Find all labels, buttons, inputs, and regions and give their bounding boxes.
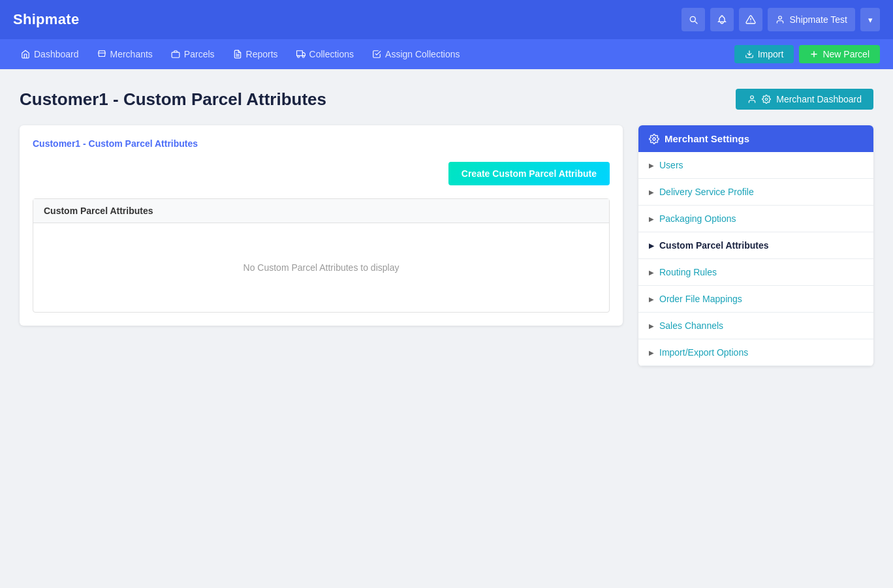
table-header: Custom Parcel Attributes xyxy=(33,199,609,223)
main-layout: Customer1 - Custom Parcel Attributes Cre… xyxy=(20,125,873,366)
import-icon xyxy=(745,50,754,59)
settings-menu-item-users[interactable]: ▶ Users xyxy=(638,152,873,179)
sub-nav-actions: Import New Parcel xyxy=(734,45,880,63)
chevron-icon: ▶ xyxy=(649,296,654,303)
merchant-dashboard-button[interactable]: Merchant Dashboard xyxy=(736,89,873,110)
nav-collections[interactable]: Collections xyxy=(289,45,362,63)
new-parcel-button[interactable]: New Parcel xyxy=(799,45,880,63)
settings-menu-label: Sales Channels xyxy=(659,320,723,331)
left-panel: Customer1 - Custom Parcel Attributes Cre… xyxy=(20,125,623,326)
user-icon xyxy=(776,15,785,24)
custom-attributes-table: Custom Parcel Attributes No Custom Parce… xyxy=(33,198,610,313)
right-panel: Merchant Settings ▶ Users ▶ Delivery Ser… xyxy=(638,125,873,366)
truck-icon xyxy=(296,50,306,59)
settings-menu-item-import-export-options[interactable]: ▶ Import/Export Options xyxy=(638,339,873,366)
chevron-icon: ▶ xyxy=(649,215,654,223)
top-bar: Shipmate Shipmate Test ▾ xyxy=(0,0,893,39)
chevron-icon: ▶ xyxy=(649,322,654,330)
create-btn-area: Create Custom Parcel Attribute xyxy=(33,162,610,185)
settings-menu-label: Users xyxy=(659,160,683,170)
left-panel-title: Customer1 - Custom Parcel Attributes xyxy=(33,138,610,149)
settings-menu-label: Packaging Options xyxy=(659,213,736,224)
store-icon xyxy=(97,50,106,59)
page-header: Customer1 - Custom Parcel Attributes Mer… xyxy=(20,89,873,110)
sub-nav: Dashboard Merchants Parcels Reports Coll… xyxy=(0,39,893,69)
nav-parcels[interactable]: Parcels xyxy=(163,45,223,63)
settings-menu-label: Routing Rules xyxy=(659,267,717,277)
bell-icon xyxy=(717,14,727,25)
chevron-icon: ▶ xyxy=(649,269,654,276)
warning-button[interactable] xyxy=(739,8,762,31)
settings-menu-item-routing-rules[interactable]: ▶ Routing Rules xyxy=(638,259,873,286)
nav-assign-collections[interactable]: Assign Collections xyxy=(364,45,467,63)
page-title: Customer1 - Custom Parcel Attributes xyxy=(20,89,326,110)
page-content: Customer1 - Custom Parcel Attributes Mer… xyxy=(0,69,893,386)
settings-menu-label: Custom Parcel Attributes xyxy=(659,240,769,251)
create-custom-parcel-attribute-button[interactable]: Create Custom Parcel Attribute xyxy=(448,162,610,185)
chevron-icon: ▶ xyxy=(649,162,654,169)
app-logo: Shipmate xyxy=(13,11,79,28)
settings-menu-item-order-file-mappings[interactable]: ▶ Order File Mappings xyxy=(638,286,873,313)
svg-point-1 xyxy=(297,55,299,57)
plus-icon xyxy=(809,50,819,59)
user-name: Shipmate Test xyxy=(790,14,847,25)
assign-icon xyxy=(372,50,381,59)
notification-button[interactable] xyxy=(710,8,734,31)
parcels-icon xyxy=(171,50,180,59)
nav-links: Dashboard Merchants Parcels Reports Coll… xyxy=(13,45,467,63)
gear-icon xyxy=(762,95,771,104)
settings-menu-item-sales-channels[interactable]: ▶ Sales Channels xyxy=(638,313,873,339)
settings-menu: ▶ Users ▶ Delivery Service Profile ▶ Pac… xyxy=(638,152,873,366)
settings-menu-label: Order File Mappings xyxy=(659,294,742,304)
settings-menu-item-packaging-options[interactable]: ▶ Packaging Options xyxy=(638,206,873,232)
search-button[interactable] xyxy=(682,8,705,31)
svg-point-2 xyxy=(302,55,304,57)
settings-menu-item-custom-parcel-attributes[interactable]: ▶ Custom Parcel Attributes xyxy=(638,232,873,259)
settings-menu-label: Delivery Service Profile xyxy=(659,187,754,197)
chevron-icon: ▶ xyxy=(649,189,654,196)
search-icon xyxy=(688,14,698,25)
table-empty-message: No Custom Parcel Attributes to display xyxy=(33,223,609,312)
nav-merchants[interactable]: Merchants xyxy=(89,45,161,63)
settings-menu-item-delivery-service-profile[interactable]: ▶ Delivery Service Profile xyxy=(638,179,873,206)
chevron-down-icon: ▾ xyxy=(868,15,873,25)
merchant-settings-header: Merchant Settings xyxy=(638,125,873,152)
nav-reports[interactable]: Reports xyxy=(225,45,286,63)
warning-icon xyxy=(745,14,756,25)
import-button[interactable]: Import xyxy=(734,45,794,63)
dropdown-arrow-button[interactable]: ▾ xyxy=(860,8,880,31)
chevron-icon: ▶ xyxy=(649,242,654,249)
top-bar-right: Shipmate Test ▾ xyxy=(682,8,880,31)
gear-header-icon xyxy=(649,134,659,144)
reports-icon xyxy=(233,50,242,59)
nav-dashboard[interactable]: Dashboard xyxy=(13,45,87,63)
chevron-icon: ▶ xyxy=(649,349,654,356)
person-icon xyxy=(747,95,757,104)
merchant-settings-title: Merchant Settings xyxy=(665,133,749,144)
svg-rect-0 xyxy=(172,52,180,57)
settings-menu-label: Import/Export Options xyxy=(659,347,748,358)
home-icon xyxy=(21,50,30,59)
user-menu-button[interactable]: Shipmate Test xyxy=(768,8,855,31)
